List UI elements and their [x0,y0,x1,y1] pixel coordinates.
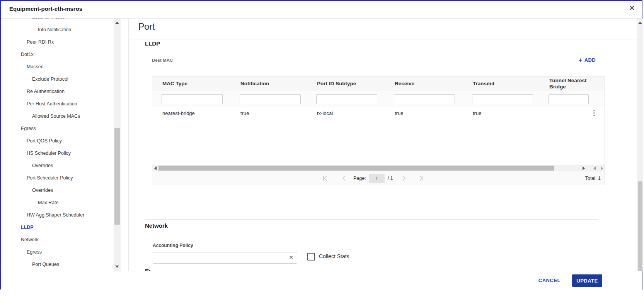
table-filter-row [152,91,605,108]
cell-notification: true [240,107,312,119]
equipment-port-dialog: Equipment-port-eth-msros ✕ Local SF Acti… [0,0,642,289]
collect-stats-label: Collect Stats [319,253,349,260]
sidebar-item-overrides[interactable]: Overrides [32,162,53,169]
plus-icon: + [578,57,582,63]
network-divider [145,219,598,220]
filter-input-notification[interactable] [240,94,301,104]
sidebar-item-lldp[interactable]: LLDP [21,224,34,230]
cell-mac-type: nearest-bridge [162,107,234,119]
table-pagination-bar: Page: 1 / 1 Total: 1 [152,171,605,185]
dest-mac-label: Dest MAC [152,58,173,63]
sidebar-item-exclude-protocol[interactable]: Exclude Protocol [32,76,68,82]
filter-input-transmit[interactable] [472,94,533,104]
page-title: Port [138,22,155,32]
dialog-titlebar: Equipment-port-eth-msros ✕ [1,1,642,19]
filter-input-tunnel-nearest-bridge[interactable] [549,94,589,104]
page-number-input[interactable]: 1 [369,174,385,183]
filter-input-receive[interactable] [394,94,455,104]
table-header-row: MAC TypeNotificationPort ID SubtypeRecei… [152,76,605,91]
sidebar-item-hs-scheduler-policy[interactable]: HS Scheduler Policy [27,150,71,156]
first-page-icon[interactable] [322,176,328,181]
cell-receive: true [395,107,467,119]
scroll-left-icon[interactable] [154,166,157,170]
content-scroll-up-icon[interactable] [638,22,642,24]
last-page-icon[interactable] [419,176,424,181]
sidebar-item-re-authentication[interactable]: Re Authentication [27,88,65,95]
column-header-tunnel-nearest-bridge[interactable]: Tunnel Nearest Bridge [549,76,596,91]
sidebar-scrollbar-thumb[interactable] [114,128,120,225]
sidebar-item-per-host-authentication[interactable]: Per Host Authentication [27,101,77,107]
section-lldp-title: LLDP [145,40,160,47]
sidebar-item-peer-rdi-rx[interactable]: Peer RDI Rx [27,39,54,45]
content-scrollbar[interactable] [637,19,643,271]
sidebar-item-max-rate[interactable]: Max Rate [38,200,59,206]
column-header-transmit[interactable]: Transmit [473,76,545,91]
filter-input-port-id-subtype[interactable] [316,94,377,104]
sidebar-item-dot1x[interactable]: Dot1x [21,51,34,58]
table-horizontal-scrollbar[interactable] [152,165,605,171]
horizontal-scrollbar-thumb[interactable] [158,166,554,171]
dest-mac-table: MAC TypeNotificationPort ID SubtypeRecei… [152,76,605,185]
next-page-icon[interactable] [401,176,406,181]
accounting-policy-input[interactable]: ✕ [153,252,297,264]
column-scroll-right-icon[interactable] [601,166,603,170]
dialog-footer: CANCEL UPDATE [1,271,642,290]
column-header-receive[interactable]: Receive [395,76,467,91]
update-button[interactable]: UPDATE [572,274,602,287]
partial-next-section-title: Egress [145,268,150,271]
sidebar-item-macsec[interactable]: Macsec [27,64,43,70]
column-header-notification[interactable]: Notification [240,76,312,91]
filter-input-mac-type[interactable] [162,94,223,104]
sidebar-item-egress[interactable]: Egress [21,125,36,132]
content-scrollbar-thumb[interactable] [638,181,642,271]
cell-port-id-subtype: tx-local [317,107,389,119]
sidebar-item-egress[interactable]: Egress [27,249,42,255]
scroll-up-icon[interactable] [115,22,119,24]
sidebar-item-allowed-source-macs[interactable]: Allowed Source MACs [32,113,80,119]
close-icon[interactable]: ✕ [629,4,635,12]
section-network-title: Network [145,222,168,229]
cancel-button[interactable]: CANCEL [536,277,563,284]
sidebar-item-info-notification[interactable]: Info Notification [38,27,71,33]
previous-page-icon[interactable] [342,176,347,181]
title-divider [129,39,637,39]
collect-stats-checkbox[interactable] [307,253,315,261]
column-scroll-left-icon[interactable] [593,166,596,170]
table-row[interactable]: ⋮ nearest-bridgetruetx-localtruetrue [152,107,605,119]
page-count-label: / 1 [388,176,393,181]
sidebar-item-port-queues[interactable]: Port Queues [32,261,59,267]
sidebar-nav: Local SF ActionInfo NotificationPeer RDI… [1,19,114,271]
main-content: Port LLDP Dest MAC + ADD MAC TypeNotific… [128,19,637,271]
sidebar-item-port-qos-policy[interactable]: Port QOS Policy [27,138,62,144]
sidebar-item-hw-agg-shaper-scheduler[interactable]: HW Agg Shaper Scheduler [27,212,84,218]
total-count-label: Total: 1 [585,171,601,185]
page-label: Page: [353,176,366,181]
add-button-label: ADD [584,57,596,63]
sidebar-item-network[interactable]: Network [21,237,39,243]
sidebar-item-local-sf-action[interactable]: Local SF Action [32,19,66,20]
sidebar-item-port-scheduler-policy[interactable]: Port Scheduler Policy [27,175,73,181]
column-header-port-id-subtype[interactable]: Port ID Subtype [317,76,389,91]
scroll-down-icon[interactable] [115,266,119,268]
add-button[interactable]: + ADD [576,56,598,64]
screen: Equipment-port-eth-msros ✕ Local SF Acti… [0,0,644,308]
scroll-right-icon[interactable] [583,166,585,170]
column-header-mac-type[interactable]: MAC Type [162,76,234,91]
sidebar-item-overrides[interactable]: Overrides [32,187,53,193]
cell-transmit: true [473,107,545,119]
dialog-title: Equipment-port-eth-msros [9,5,82,12]
pagination-controls: Page: 1 / 1 [322,171,424,185]
clear-icon[interactable]: ✕ [289,255,293,260]
sidebar-scrollbar[interactable] [114,19,121,271]
accounting-policy-field[interactable] [153,252,297,263]
cell-tunnel-nearest-bridge [549,107,596,119]
accounting-policy-label: Accounting Policy [153,243,193,248]
